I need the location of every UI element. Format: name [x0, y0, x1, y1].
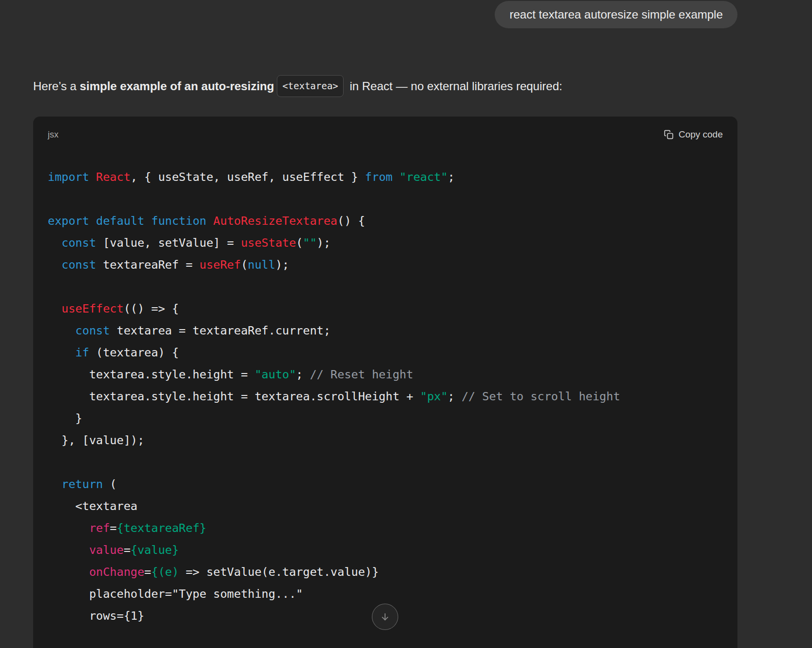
code-line: return (	[48, 473, 723, 495]
code-line: const textarea = textareaRef.current;	[48, 320, 723, 342]
code-line: }, [value]);	[48, 430, 723, 452]
user-message-bubble: react textarea autoresize simple example	[495, 1, 737, 28]
code-line: const [value, setValue] = useState("");	[48, 232, 723, 254]
chevron-down-icon	[380, 611, 390, 622]
code-line: onChange={(e) => setValue(e.target.value…	[48, 561, 723, 583]
code-line: }	[48, 408, 723, 430]
code-content: import React, { useState, useRef, useEff…	[33, 140, 737, 647]
code-line: import React, { useState, useRef, useEff…	[48, 166, 723, 188]
code-line: <textarea	[48, 495, 723, 517]
code-line: textarea.style.height = "auto"; // Reset…	[48, 364, 723, 386]
user-message-text: react textarea autoresize simple example	[509, 8, 723, 21]
copy-code-label: Copy code	[678, 129, 723, 140]
code-language-label: jsx	[48, 130, 58, 140]
code-line	[48, 276, 723, 298]
intro-text-pre: Here’s a	[33, 79, 80, 93]
code-line: ref={textareaRef}	[48, 517, 723, 539]
scroll-down-button[interactable]	[372, 604, 398, 630]
assistant-intro: Here’s a simple example of an auto-resiz…	[33, 75, 779, 97]
user-message-row: react textarea autoresize simple example	[0, 0, 812, 28]
code-line	[48, 452, 723, 473]
intro-text-bold: simple example of an auto-resizing	[80, 79, 274, 93]
chat-conversation: react textarea autoresize simple example…	[0, 0, 812, 648]
code-line: export default function AutoResizeTextar…	[48, 210, 723, 232]
assistant-message: Here’s a simple example of an auto-resiz…	[0, 75, 812, 648]
intro-text-post: in React — no external libraries require…	[347, 79, 562, 93]
inline-code-textarea: <textarea>	[277, 75, 343, 97]
copy-code-button[interactable]: Copy code	[664, 129, 723, 140]
code-line: if (textarea) {	[48, 342, 723, 364]
code-line	[48, 188, 723, 210]
code-block: jsx Copy code import React, { useState, …	[33, 117, 737, 648]
code-line: value={value}	[48, 539, 723, 561]
code-block-header: jsx Copy code	[33, 117, 737, 140]
copy-icon	[664, 130, 674, 139]
code-lines: import React, { useState, useRef, useEff…	[48, 166, 723, 627]
code-line: useEffect(() => {	[48, 298, 723, 320]
code-line: placeholder="Type something..."	[48, 583, 723, 605]
code-line: const textareaRef = useRef(null);	[48, 254, 723, 276]
code-line: textarea.style.height = textarea.scrollH…	[48, 386, 723, 408]
